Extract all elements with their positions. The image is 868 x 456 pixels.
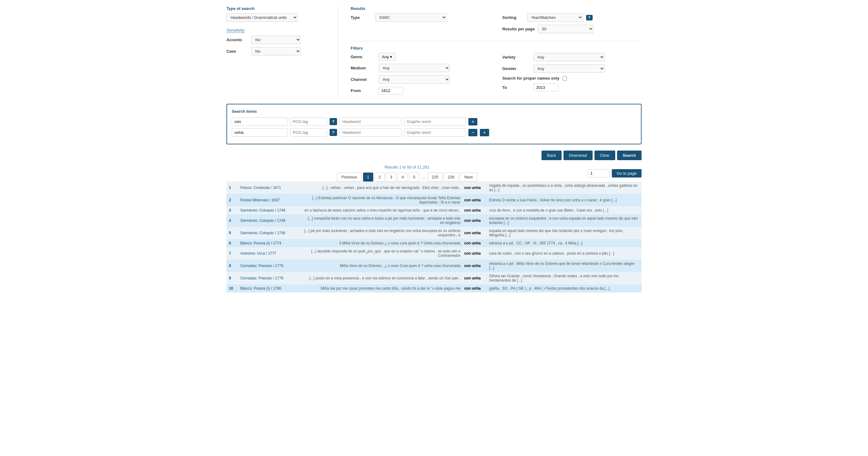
add-row-2-button[interactable]: +: [480, 129, 489, 136]
remove-row-2-button[interactable]: −: [468, 129, 477, 136]
page-3-button[interactable]: 3: [386, 173, 396, 182]
to-input[interactable]: [533, 84, 558, 91]
sorting-help-button[interactable]: ?: [586, 15, 593, 21]
page-225-button[interactable]: 225: [428, 173, 443, 182]
pos-help-1[interactable]: ?: [330, 118, 337, 125]
highlight-cell: con unha: [463, 206, 487, 214]
gender-label: Gender: [502, 66, 530, 71]
row-num: 2: [226, 194, 238, 206]
context-cell: Miña naí por me casar prometeo me canto …: [300, 284, 463, 293]
highlight-cell: con unha: [463, 227, 487, 239]
accents-select[interactable]: No Yes: [251, 36, 301, 44]
source-cell[interactable]: Feixoo: Contenda / 1671: [238, 182, 301, 194]
page-2-button[interactable]: 2: [374, 173, 385, 182]
search-term-1[interactable]: [232, 117, 287, 126]
to-label: To: [502, 85, 530, 90]
goto-page-button[interactable]: Go to page: [612, 169, 642, 178]
source-cell[interactable]: Cernadas: Poesías / 1779: [238, 272, 301, 284]
context-cell: [...] posto en a vosa presencia , e non …: [300, 272, 463, 284]
genre-select[interactable]: Any ▾: [378, 53, 396, 61]
sensitivity-link[interactable]: Sensitivity: [226, 28, 245, 33]
table-row: 3 Sarmiento: Coloquio / 1746 en a falcho…: [226, 206, 642, 214]
accents-label: Accents: [226, 37, 248, 42]
pos-help-2[interactable]: ?: [330, 129, 337, 136]
goto-page-input[interactable]: [588, 169, 609, 178]
highlight-cell: con unha: [463, 247, 487, 260]
rest-cell: Estrela O recibe a súa Patria , Volver l…: [487, 194, 642, 206]
next-button[interactable]: Next: [460, 173, 477, 182]
rest-cell: retrama a o pé ; Miña Virxe de os Dolore…: [487, 260, 642, 272]
page-5-button[interactable]: 5: [409, 173, 419, 182]
type-of-search-label: Type of search: [226, 6, 319, 11]
source-cell[interactable]: Blanco: Poesía (I) / 1774: [238, 239, 301, 247]
sorting-select[interactable]: Year/Matches Author Title: [527, 13, 583, 22]
row-num: 4: [226, 214, 238, 227]
type-label: Type: [351, 15, 372, 20]
medium-select[interactable]: Any Written Spoken: [378, 64, 450, 72]
pos-tag-2[interactable]: [290, 128, 327, 136]
page-226-button[interactable]: 226: [443, 173, 459, 182]
source-cell[interactable]: Festas Minervais / 1697: [238, 194, 301, 206]
action-buttons: Back Download Clear Search: [226, 151, 642, 160]
headword-1[interactable]: [340, 117, 401, 126]
context-cell: [...] compañía farán con os seus xefos e…: [300, 214, 463, 227]
add-row-1-button[interactable]: +: [468, 118, 477, 125]
highlight-cell: con unha: [463, 194, 487, 206]
case-select[interactable]: No Yes: [251, 47, 301, 56]
table-row: 9 Cernadas: Poesías / 1779 [...] posto e…: [226, 272, 642, 284]
results-type-select[interactable]: KWIC Sentence Paragraph: [375, 13, 447, 22]
highlight-cell: con unha: [463, 272, 487, 284]
graphic-word-2[interactable]: [404, 128, 466, 136]
source-cell[interactable]: Sarmiento: Coloquio / 1746: [238, 206, 301, 214]
prev-button[interactable]: Previous: [337, 173, 362, 182]
clear-button[interactable]: Clear: [594, 151, 615, 160]
results-per-page-label: Results per page: [502, 27, 535, 31]
context-cell: 3 Miña Virxe de os Dolores ¿ o voso cura…: [300, 239, 463, 247]
back-button[interactable]: Back: [541, 151, 562, 160]
channel-select[interactable]: Any Press Literary: [378, 75, 450, 84]
highlight-cell: con unha: [463, 284, 487, 293]
table-row: 5 Sarmiento: Coloquio / 1746 [...] pé po…: [226, 227, 642, 239]
source-cell[interactable]: Anónimo: Urca / 1777: [238, 247, 301, 260]
source-cell[interactable]: Cernadas: Poesías / 1779: [238, 260, 301, 272]
pos-tag-1[interactable]: [290, 117, 327, 126]
graphic-word-1[interactable]: [404, 117, 466, 126]
search-items-title: Search items: [232, 109, 636, 114]
context-cell: [...] pé por máis lucimento ; armados e …: [300, 227, 463, 239]
row-num: 6: [226, 239, 238, 247]
download-button[interactable]: Download: [563, 151, 593, 160]
filters-label: Filters: [351, 46, 642, 51]
proper-names-checkbox[interactable]: [563, 76, 567, 81]
row-num: 10: [226, 284, 238, 293]
page-1-button[interactable]: 1: [363, 173, 373, 182]
source-cell[interactable]: Sarmiento: Coloquio / 1746: [238, 214, 301, 227]
results-count: Results 1 to 50 of 11,281: [226, 165, 588, 170]
page-4-button[interactable]: 4: [398, 173, 408, 182]
variety-label: Variety: [502, 55, 530, 59]
headword-2[interactable]: [340, 128, 401, 136]
results-per-page-select[interactable]: 50 25 100: [538, 25, 593, 33]
source-cell[interactable]: Blanco: Poesía (I) / 1790: [238, 284, 301, 293]
source-cell[interactable]: Sarmiento: Coloquio / 1746: [238, 227, 301, 239]
rest-cell: retrama a o pé . CC , OP , III , 305 177…: [487, 239, 642, 247]
sorting-label: Sorting: [502, 15, 524, 20]
from-input[interactable]: [378, 87, 403, 94]
table-row: 10 Blanco: Poesía (I) / 1790 Miña naí po…: [226, 284, 642, 293]
pagination-controls: Previous 1 2 3 4 5 ... 225 226 Next: [226, 173, 588, 182]
search-term-2[interactable]: [232, 128, 287, 136]
results-table: 1 Feixoo: Contenda / 1671 [...] ; veñan …: [226, 182, 642, 293]
row-num: 3: [226, 206, 238, 214]
variety-select[interactable]: Any Standard Dialectal: [533, 53, 605, 61]
gender-select[interactable]: Any Male Female: [533, 64, 605, 73]
search-button[interactable]: Search: [617, 151, 642, 160]
case-label: Case: [226, 49, 248, 54]
rest-cell: migalla de espada , un pestoletazo a a s…: [487, 182, 642, 194]
search-row-2: ? − +: [232, 128, 636, 136]
context-cell: en a falchoca de estes calzóns vellos o …: [300, 206, 463, 214]
table-row: 7 Anónimo: Urca / 1777 [...] aturdido re…: [226, 247, 642, 260]
table-row: 2 Festas Minervais / 1697 [...] Estrelas…: [226, 194, 642, 206]
highlight-cell: con unha: [463, 182, 487, 194]
channel-label: Channel: [351, 77, 375, 82]
type-of-search-select[interactable]: Headwords / Grammatical units Lemma Word…: [226, 13, 298, 22]
row-num: 5: [226, 227, 238, 239]
